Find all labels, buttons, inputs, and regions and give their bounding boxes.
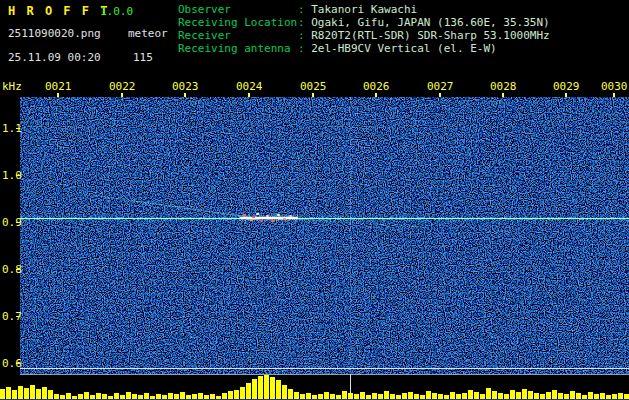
level-bar — [612, 394, 617, 399]
freq-tick — [16, 175, 20, 176]
level-bar — [0, 389, 5, 399]
level-bar — [348, 393, 353, 399]
level-bar — [150, 396, 155, 399]
level-bar — [234, 390, 239, 399]
level-bar — [576, 393, 581, 399]
level-bar — [18, 386, 23, 399]
level-bar — [60, 395, 65, 399]
freq-tick — [16, 128, 20, 129]
level-bar — [24, 388, 29, 399]
level-bar — [72, 396, 77, 399]
vertical-marker-faint — [350, 97, 351, 375]
level-bar — [108, 396, 113, 399]
level-bar — [480, 394, 485, 399]
level-bar — [624, 394, 629, 399]
level-bar — [276, 380, 281, 399]
level-bar — [462, 393, 467, 399]
level-bar — [588, 392, 593, 399]
level-bar — [564, 394, 569, 399]
level-bar — [510, 390, 515, 399]
level-bar — [102, 394, 107, 399]
level-bar — [426, 391, 431, 399]
level-bar — [36, 389, 41, 399]
level-bar — [318, 394, 323, 399]
level-bar — [552, 390, 557, 399]
level-bar — [534, 393, 539, 399]
level-bar — [66, 393, 71, 399]
level-bar — [126, 392, 131, 399]
level-bar — [558, 393, 563, 399]
level-bar — [96, 393, 101, 399]
level-bar — [420, 395, 425, 399]
meteor-echo-dot — [256, 213, 259, 215]
level-bar — [354, 394, 359, 399]
level-bar — [300, 394, 305, 399]
level-bar — [312, 395, 317, 399]
meteor-echo-dot — [250, 219, 253, 221]
level-bar — [540, 394, 545, 399]
meteor-echo-dot — [277, 214, 280, 216]
level-bar — [30, 385, 35, 399]
level-bar — [6, 387, 11, 399]
level-bar — [78, 394, 83, 399]
level-bar — [342, 391, 347, 399]
level-bar — [432, 393, 437, 399]
level-bar — [12, 390, 17, 399]
level-bar — [606, 395, 611, 399]
level-bar — [414, 394, 419, 399]
meteor-echo-dot — [252, 216, 255, 218]
level-bar — [396, 395, 401, 399]
level-bar — [516, 392, 521, 399]
level-bar — [594, 394, 599, 399]
level-bar — [84, 392, 89, 399]
hrofft-window: H R O F F T 1.0.0 2511090020.png meteor … — [0, 0, 629, 400]
level-bar — [582, 395, 587, 399]
level-bar — [456, 394, 461, 399]
level-bar — [294, 392, 299, 399]
level-bar — [330, 394, 335, 399]
level-bar — [306, 393, 311, 399]
level-bar — [180, 392, 185, 399]
level-bar — [144, 393, 149, 399]
level-bar — [438, 394, 443, 399]
level-bar — [570, 391, 575, 399]
level-bar — [90, 395, 95, 399]
level-bar — [528, 391, 533, 399]
level-bar — [372, 393, 377, 399]
level-bar — [228, 391, 233, 399]
level-bar — [444, 395, 449, 399]
level-bar — [336, 395, 341, 399]
level-bar — [54, 394, 59, 399]
level-bar — [252, 379, 257, 399]
level-bar — [360, 392, 365, 399]
level-bar — [270, 377, 275, 399]
level-bar — [240, 387, 245, 399]
level-bar — [186, 395, 191, 399]
level-bar — [402, 393, 407, 399]
level-bar — [504, 394, 509, 399]
level-bar — [498, 393, 503, 399]
level-bar — [618, 393, 623, 399]
level-bar — [408, 392, 413, 399]
level-bar — [246, 383, 251, 399]
level-bar — [546, 392, 551, 399]
level-bar — [486, 388, 491, 399]
freq-tick — [16, 316, 20, 317]
level-bar — [384, 391, 389, 399]
level-bar — [324, 392, 329, 399]
aircraft-trace-line — [95, 195, 252, 218]
level-bar — [174, 394, 179, 399]
level-bar — [378, 394, 383, 399]
level-bar — [600, 393, 605, 399]
level-bar — [450, 392, 455, 399]
signal-level-graph — [0, 376, 629, 400]
level-bar — [288, 389, 293, 399]
level-bar — [132, 394, 137, 399]
freq-axis: 1.11.00.90.80.70.6 — [0, 0, 20, 400]
level-bar — [522, 389, 527, 399]
freq-tick — [16, 269, 20, 270]
level-bar — [390, 394, 395, 399]
freq-tick — [16, 222, 20, 223]
level-bar — [204, 395, 209, 399]
level-bar — [258, 376, 263, 399]
